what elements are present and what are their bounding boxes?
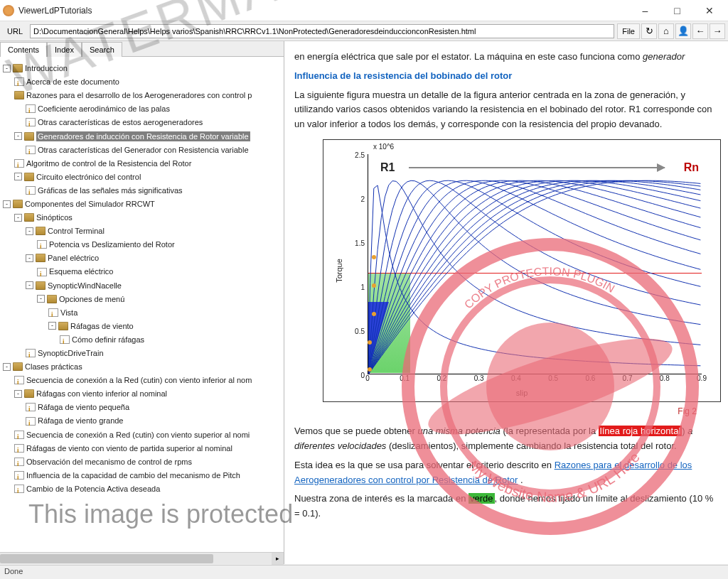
page-icon xyxy=(26,104,36,113)
toggle-icon[interactable]: - xyxy=(14,132,22,140)
book-icon xyxy=(14,91,24,99)
chart-xtick: 0.7 xyxy=(618,373,638,384)
book-icon xyxy=(13,200,23,208)
book-icon xyxy=(47,295,57,303)
tree-item[interactable]: Cambio de la Potencia Activa deseada xyxy=(26,485,160,493)
toggle-icon[interactable]: - xyxy=(26,281,33,289)
toggle-icon[interactable]: - xyxy=(3,363,11,371)
page-icon xyxy=(14,485,24,493)
back-icon[interactable]: ← xyxy=(692,23,708,39)
tree-item[interactable]: Acerca de este documento xyxy=(26,77,119,86)
tree-item[interactable]: SynopticDriveTrain xyxy=(38,349,104,357)
paragraph: Vemos que se puede obtener una misma pot… xyxy=(294,424,718,454)
tree-item-selected[interactable]: Generadores de inducción con Resistencia… xyxy=(36,131,250,141)
toggle-icon[interactable]: - xyxy=(48,322,56,330)
tree-item[interactable]: Introduccion xyxy=(25,64,68,72)
chart-ytick: 1.5 xyxy=(349,238,365,249)
page-icon xyxy=(37,268,47,276)
tree-item[interactable]: Sinópticos xyxy=(36,213,73,222)
toggle-icon[interactable]: - xyxy=(3,65,11,72)
page-icon xyxy=(14,471,24,480)
page-icon xyxy=(14,458,24,466)
chart-plot-area xyxy=(368,154,702,374)
paragraph: Esta idea es la que se usa para solventa… xyxy=(294,458,718,488)
toc-tree[interactable]: -Introduccion Acerca de este documento R… xyxy=(0,57,284,552)
tab-search[interactable]: Search xyxy=(82,42,122,57)
tree-item[interactable]: Secuencia de conexión a la Red (cutin) c… xyxy=(26,376,252,384)
tree-item[interactable]: Secuencia de conexión a Red (cutin) con … xyxy=(26,431,250,439)
tree-item[interactable]: Circuito electrónico del control xyxy=(36,173,141,181)
tree-item[interactable]: Ráfaga de viento pequeña xyxy=(38,403,129,411)
scrollbar-thumb[interactable] xyxy=(0,554,213,563)
tree-item[interactable]: Ráfagas de viento xyxy=(70,322,134,330)
tree-item[interactable]: SynopticWindNacelle xyxy=(48,281,122,290)
scroll-right-icon[interactable]: ▸ xyxy=(272,553,284,565)
refresh-icon[interactable]: ↻ xyxy=(641,23,657,39)
tree-item[interactable]: Control Terminal xyxy=(48,227,105,235)
tree-item[interactable]: Gráficas de las señales más significativ… xyxy=(38,186,183,195)
toggle-icon[interactable]: - xyxy=(14,390,22,398)
toggle-icon[interactable]: - xyxy=(3,200,11,208)
status-bar: Done xyxy=(0,565,728,579)
tree-item[interactable]: Razones para el desarrollo de los Aeroge… xyxy=(26,91,252,99)
chart-marker-dot xyxy=(368,340,372,345)
url-label: URL xyxy=(3,27,27,36)
home-icon[interactable]: ⌂ xyxy=(658,23,674,39)
tree-item[interactable]: Coeficiente aerodinámico de las palas xyxy=(38,104,170,113)
page-icon xyxy=(26,186,36,195)
tree-item[interactable]: Algoritmo de control de la Resistencia d… xyxy=(26,159,191,168)
url-input[interactable] xyxy=(30,24,614,38)
tree-item[interactable]: Ráfagas de viento con viento de partida … xyxy=(26,444,232,453)
tree-item[interactable]: Ráfagas con viento inferior al nominal xyxy=(36,389,167,398)
toggle-icon[interactable]: - xyxy=(26,254,33,262)
paragraph: en energía eléctrica que sale por el est… xyxy=(294,50,718,65)
search-icon[interactable]: 👤 xyxy=(675,23,691,39)
maximize-button[interactable]: □ xyxy=(661,1,693,21)
book-icon xyxy=(24,173,34,181)
tree-item[interactable]: Otras características de estos aerogener… xyxy=(38,118,203,126)
page-icon xyxy=(26,403,36,411)
page-icon xyxy=(14,444,24,453)
tree-item[interactable]: Panel eléctrico xyxy=(48,254,99,262)
tree-item[interactable]: Vista xyxy=(60,308,77,317)
tree-item[interactable]: Esquema eléctrico xyxy=(49,268,114,276)
tree-item[interactable]: Componentes del Simulador RRCWT xyxy=(25,200,155,208)
page-icon xyxy=(26,417,36,426)
tab-index[interactable]: Index xyxy=(47,42,82,57)
chart-xlabel: slip xyxy=(516,387,528,400)
tab-contents[interactable]: Contents xyxy=(0,42,47,57)
book-icon xyxy=(36,281,46,290)
section-heading: Influencia de la resistencia del bobinad… xyxy=(294,69,718,84)
tree-item[interactable]: Observación del mecanismo de control de … xyxy=(26,458,192,466)
book-icon xyxy=(58,322,68,330)
page-icon xyxy=(14,376,24,384)
paragraph: Nuestra zona de interés es la marcada en… xyxy=(294,492,718,521)
page-icon xyxy=(14,77,24,86)
toggle-icon[interactable]: - xyxy=(14,173,22,180)
file-button[interactable]: File xyxy=(617,23,640,39)
minimize-button[interactable]: – xyxy=(629,1,661,21)
tree-item[interactable]: Clases prácticas xyxy=(25,362,82,371)
close-button[interactable]: ✕ xyxy=(693,1,725,21)
toggle-icon[interactable]: - xyxy=(37,295,45,303)
tree-item[interactable]: Cómo definir ráfagas xyxy=(72,335,144,344)
tree-item[interactable]: Otras características del Generador con … xyxy=(38,146,249,154)
book-icon xyxy=(36,254,46,262)
page-icon xyxy=(14,159,24,168)
page-icon xyxy=(26,349,36,357)
tree-item[interactable]: Ráfaga de viento grande xyxy=(38,417,123,426)
tree-item[interactable]: Opciones de menú xyxy=(59,295,124,303)
page-icon xyxy=(48,308,58,317)
tree-item[interactable]: Potencia vs Deslizamiento del Rotor xyxy=(49,240,175,249)
toggle-icon[interactable]: - xyxy=(26,227,33,235)
window-title: ViewerLdPTutorials xyxy=(18,6,629,16)
horizontal-scrollbar[interactable]: ▸ xyxy=(0,552,284,564)
page-icon xyxy=(14,431,24,439)
tree-item[interactable]: Influencia de la capacidad de cambio del… xyxy=(26,471,240,480)
content-pane[interactable]: en energía eléctrica que sale por el est… xyxy=(284,41,728,564)
forward-icon[interactable]: → xyxy=(710,23,725,39)
toggle-icon[interactable]: - xyxy=(14,214,22,222)
page-icon xyxy=(26,146,36,154)
chart-ytick: 2.5 xyxy=(349,150,365,161)
highlight-green: verde xyxy=(469,493,495,504)
